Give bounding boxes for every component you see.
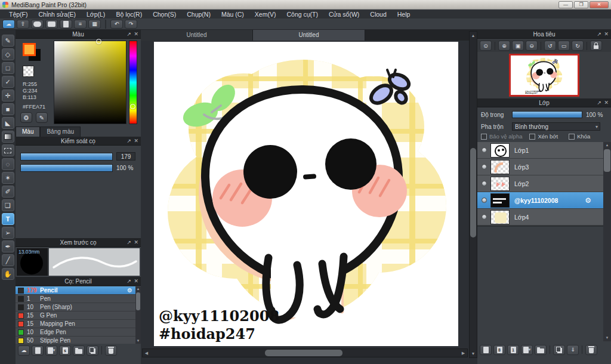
scrollbar-thumb[interactable] [604,149,610,172]
canvas[interactable]: @kyy11102008 #hoidap247 [154,42,458,346]
layer-row-lop4[interactable]: Lớp4 [477,209,603,226]
zoom-reset-button[interactable]: ⊙ [480,41,492,51]
scroll-down-icon[interactable]: ▼ [470,350,477,357]
close-button[interactable]: ✕ [590,1,609,8]
scroll-left-icon[interactable]: ◀ [143,351,150,356]
lasso-select-tool[interactable]: ◌ [2,158,14,170]
close-icon[interactable]: ✕ [604,98,609,107]
gradient-tool[interactable] [2,131,14,143]
redo-button[interactable]: ↷ [125,20,137,29]
menu-select[interactable]: Chọn(S) [147,10,181,18]
brush-row-edge-pen[interactable]: 10 Edge Pen [16,328,141,337]
duplicate-brush-button[interactable] [87,346,98,356]
brush-cloud-download-button[interactable]: ☁ [18,346,30,356]
foreground-color-swatch[interactable] [23,43,36,56]
document-button[interactable] [60,20,72,29]
scrollbar-thumb[interactable] [136,292,140,310]
scroll-down-icon[interactable]: ▼ [135,338,141,344]
layer-row-lop3[interactable]: Lớp3 [477,159,603,175]
edit-brush-button[interactable]: s [59,346,71,356]
undo-button[interactable]: ↶ [110,20,123,29]
popout-icon[interactable]: ↗ [126,137,131,146]
layer-opacity-slider[interactable] [512,111,582,118]
lock-checkbox[interactable] [569,134,575,140]
visibility-icon[interactable] [482,147,487,153]
shape-brush-tool[interactable]: □ [2,62,14,74]
add-brush-menu-button[interactable]: ▾ [45,346,57,356]
delete-brush-button[interactable] [105,346,117,356]
document-tab-2[interactable]: Untitled [253,30,365,41]
hscrollbar-thumb[interactable] [265,350,342,356]
layer-folder-button[interactable] [535,345,547,355]
comment-button[interactable] [31,20,44,29]
cloud-button[interactable]: ☁ [2,20,15,29]
visibility-icon[interactable] [482,164,487,169]
visibility-icon[interactable] [482,198,487,203]
eraser-tool[interactable]: ◇ [2,48,14,60]
menu-snap[interactable]: Chụp(N) [181,10,216,18]
hue-cursor[interactable] [130,104,135,109]
blend-mode-dropdown[interactable]: Bình thường ▾ [512,122,600,131]
move-tool[interactable]: ✛ [2,90,14,101]
minimize-button[interactable]: — [558,1,573,8]
brush-size-slider[interactable] [20,153,113,161]
hand-tool[interactable]: ✋ [2,268,14,280]
close-icon[interactable]: ✕ [134,238,138,247]
alpha-protect-checkbox[interactable] [481,134,487,140]
canvas-hscrollbar[interactable]: ◀ ▶ [142,348,468,357]
gear-icon[interactable]: ⚙ [127,287,132,294]
close-icon[interactable]: ✕ [134,277,138,286]
zoom-out-button[interactable]: ⊖ [526,41,538,51]
gear-icon[interactable]: ⚙ [585,196,591,205]
magic-wand-tool[interactable]: ✶ [2,172,14,184]
menu-edit[interactable]: Chỉnh sửa(E) [33,10,81,18]
menu-tools[interactable]: Công cụ(T) [281,10,323,18]
duplicate-layer-button[interactable] [553,345,565,355]
maximize-button[interactable]: ❐ [574,1,588,8]
select-pen-tool[interactable]: ✐ [2,186,14,198]
saturation-cursor[interactable] [96,39,101,44]
document-tab-1[interactable]: Untitled [141,30,253,41]
navigator-thumbnail[interactable] [509,54,579,97]
add-8bit-layer-button[interactable]: 8 [493,345,505,355]
palette-edit-button[interactable]: ✎ [36,112,48,123]
scroll-up-icon[interactable]: ▲ [135,286,141,292]
color-wheel-button[interactable]: ❂ [20,112,32,123]
brush-row-pen[interactable]: 1 Pen [16,295,141,303]
scroll-up-icon[interactable]: ▲ [470,32,477,39]
layer-row-lop1[interactable]: Lớp1 [477,142,603,159]
scroll-down-icon[interactable]: ▼ [603,335,611,341]
layer-row-lop2[interactable]: Lớp2 [477,175,603,192]
canvas-vscrollbar[interactable]: ▲ ▼ [469,31,477,358]
add-brush-button[interactable] [32,346,44,356]
material-list-button[interactable]: ≡ [74,20,87,29]
popout-icon[interactable]: ↗ [597,98,601,107]
brush-row-mapping-pen[interactable]: 15 Mapping Pen [16,320,141,328]
text-tool[interactable]: T [2,213,14,225]
select-eraser-tool[interactable]: ❏ [2,199,14,211]
brush-row-pen-sharp[interactable]: 10 Pen (Sharp) [16,303,141,311]
marquee-select-tool[interactable] [2,144,14,156]
brush-size-value[interactable]: 179 [116,152,135,161]
fill-rect-tool[interactable]: ■ [2,103,14,115]
delete-layer-button[interactable] [585,345,597,355]
scroll-up-icon[interactable]: ▲ [603,142,611,149]
menu-help[interactable]: Help [392,10,416,18]
tab-palette[interactable]: Bảng màu [40,127,81,137]
scroll-right-icon[interactable]: ▶ [459,351,467,356]
tab-color[interactable]: Màu [16,127,40,137]
rotate-right-button[interactable]: ↻ [572,41,584,51]
export-button[interactable]: ⇧ [17,20,29,29]
brush-opacity-slider[interactable] [20,164,113,172]
brush-row-gpen[interactable]: 15 G Pen [16,311,141,320]
menu-filter[interactable]: Bộ lọc(R) [110,10,147,18]
rotate-left-button[interactable]: ↺ [544,41,556,51]
hue-slider[interactable] [129,41,137,124]
clipping-checkbox[interactable] [529,134,535,140]
popout-icon[interactable]: ↗ [126,277,131,286]
reset-view-button[interactable]: ▭ [558,41,570,51]
brush-list-scrollbar[interactable]: ▲ ▼ [135,286,141,344]
brush-tool[interactable]: ✎ [2,35,14,47]
layer-row-kyy11102008[interactable]: @kyy11102008 ⚙ [477,192,603,209]
menu-cloud[interactable]: Cloud [365,10,391,18]
